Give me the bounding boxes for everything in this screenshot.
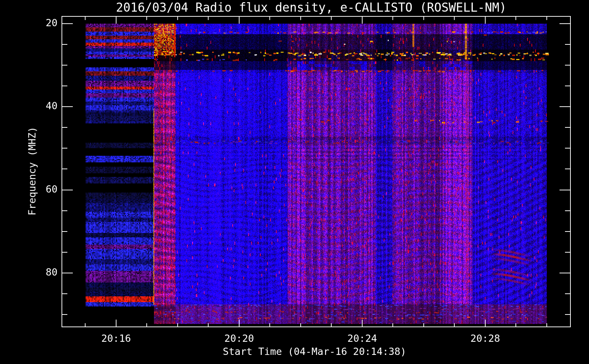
y-tick-label: 60	[21, 183, 58, 195]
y-tick-label: 80	[21, 266, 58, 278]
y-tick-label: 40	[21, 100, 58, 111]
x-tick-label: 20:16	[87, 333, 145, 344]
spectrogram-canvas	[0, 0, 589, 364]
chart-title: 2016/03/04 Radio flux density, e-CALLIST…	[62, 0, 561, 15]
x-tick-label: 20:24	[333, 333, 391, 344]
x-axis-label: Start Time (04-Mar-16 20:14:38)	[62, 346, 567, 357]
x-tick-label: 20:20	[210, 333, 268, 344]
y-tick-label: 20	[21, 17, 58, 28]
y-axis-label: Frequency (MHZ)	[27, 127, 38, 215]
spectrogram-figure: 2016/03/04 Radio flux density, e-CALLIST…	[0, 0, 589, 364]
x-tick-label: 20:28	[456, 333, 514, 344]
